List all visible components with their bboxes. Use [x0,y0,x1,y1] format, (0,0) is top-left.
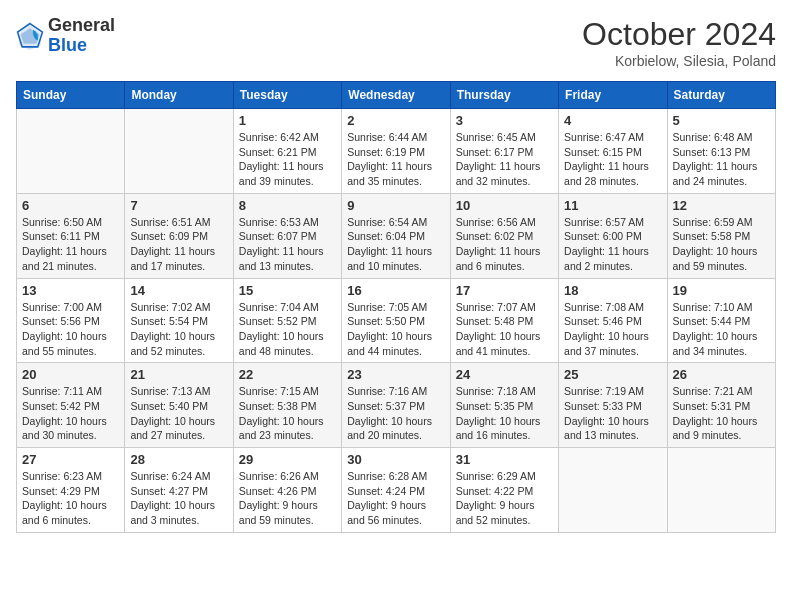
day-info: Sunrise: 7:04 AMSunset: 5:52 PMDaylight:… [239,300,336,359]
day-number: 20 [22,367,119,382]
calendar-cell: 1Sunrise: 6:42 AMSunset: 6:21 PMDaylight… [233,109,341,194]
day-number: 9 [347,198,444,213]
day-info: Sunrise: 6:51 AMSunset: 6:09 PMDaylight:… [130,215,227,274]
day-info: Sunrise: 6:57 AMSunset: 6:00 PMDaylight:… [564,215,661,274]
day-info: Sunrise: 6:28 AMSunset: 4:24 PMDaylight:… [347,469,444,528]
day-number: 11 [564,198,661,213]
day-info: Sunrise: 6:42 AMSunset: 6:21 PMDaylight:… [239,130,336,189]
weekday-header-row: SundayMondayTuesdayWednesdayThursdayFrid… [17,82,776,109]
day-info: Sunrise: 7:21 AMSunset: 5:31 PMDaylight:… [673,384,770,443]
weekday-header-thursday: Thursday [450,82,558,109]
week-row-4: 20Sunrise: 7:11 AMSunset: 5:42 PMDayligh… [17,363,776,448]
location-subtitle: Korbielow, Silesia, Poland [582,53,776,69]
day-info: Sunrise: 7:08 AMSunset: 5:46 PMDaylight:… [564,300,661,359]
calendar-cell: 20Sunrise: 7:11 AMSunset: 5:42 PMDayligh… [17,363,125,448]
title-block: October 2024 Korbielow, Silesia, Poland [582,16,776,69]
day-info: Sunrise: 6:54 AMSunset: 6:04 PMDaylight:… [347,215,444,274]
day-number: 19 [673,283,770,298]
day-info: Sunrise: 6:29 AMSunset: 4:22 PMDaylight:… [456,469,553,528]
day-info: Sunrise: 6:47 AMSunset: 6:15 PMDaylight:… [564,130,661,189]
day-number: 18 [564,283,661,298]
day-number: 26 [673,367,770,382]
day-info: Sunrise: 6:26 AMSunset: 4:26 PMDaylight:… [239,469,336,528]
calendar-cell: 4Sunrise: 6:47 AMSunset: 6:15 PMDaylight… [559,109,667,194]
calendar-cell: 2Sunrise: 6:44 AMSunset: 6:19 PMDaylight… [342,109,450,194]
week-row-5: 27Sunrise: 6:23 AMSunset: 4:29 PMDayligh… [17,448,776,533]
day-number: 30 [347,452,444,467]
day-info: Sunrise: 7:13 AMSunset: 5:40 PMDaylight:… [130,384,227,443]
day-number: 16 [347,283,444,298]
calendar-cell: 7Sunrise: 6:51 AMSunset: 6:09 PMDaylight… [125,193,233,278]
calendar-cell: 24Sunrise: 7:18 AMSunset: 5:35 PMDayligh… [450,363,558,448]
page-header: General Blue October 2024 Korbielow, Sil… [16,16,776,69]
weekday-header-wednesday: Wednesday [342,82,450,109]
day-number: 25 [564,367,661,382]
month-title: October 2024 [582,16,776,53]
day-number: 1 [239,113,336,128]
day-info: Sunrise: 7:02 AMSunset: 5:54 PMDaylight:… [130,300,227,359]
day-info: Sunrise: 6:53 AMSunset: 6:07 PMDaylight:… [239,215,336,274]
calendar-cell: 8Sunrise: 6:53 AMSunset: 6:07 PMDaylight… [233,193,341,278]
day-number: 14 [130,283,227,298]
calendar-cell: 14Sunrise: 7:02 AMSunset: 5:54 PMDayligh… [125,278,233,363]
day-number: 27 [22,452,119,467]
day-info: Sunrise: 6:48 AMSunset: 6:13 PMDaylight:… [673,130,770,189]
calendar-cell: 13Sunrise: 7:00 AMSunset: 5:56 PMDayligh… [17,278,125,363]
day-number: 10 [456,198,553,213]
day-info: Sunrise: 7:10 AMSunset: 5:44 PMDaylight:… [673,300,770,359]
day-info: Sunrise: 7:19 AMSunset: 5:33 PMDaylight:… [564,384,661,443]
day-info: Sunrise: 6:24 AMSunset: 4:27 PMDaylight:… [130,469,227,528]
day-info: Sunrise: 7:11 AMSunset: 5:42 PMDaylight:… [22,384,119,443]
day-info: Sunrise: 6:23 AMSunset: 4:29 PMDaylight:… [22,469,119,528]
week-row-1: 1Sunrise: 6:42 AMSunset: 6:21 PMDaylight… [17,109,776,194]
day-number: 17 [456,283,553,298]
calendar-cell: 27Sunrise: 6:23 AMSunset: 4:29 PMDayligh… [17,448,125,533]
calendar-cell: 5Sunrise: 6:48 AMSunset: 6:13 PMDaylight… [667,109,775,194]
day-info: Sunrise: 6:59 AMSunset: 5:58 PMDaylight:… [673,215,770,274]
day-info: Sunrise: 6:45 AMSunset: 6:17 PMDaylight:… [456,130,553,189]
calendar-cell: 6Sunrise: 6:50 AMSunset: 6:11 PMDaylight… [17,193,125,278]
day-number: 3 [456,113,553,128]
calendar-cell: 31Sunrise: 6:29 AMSunset: 4:22 PMDayligh… [450,448,558,533]
day-number: 21 [130,367,227,382]
calendar-cell: 29Sunrise: 6:26 AMSunset: 4:26 PMDayligh… [233,448,341,533]
day-number: 29 [239,452,336,467]
day-number: 15 [239,283,336,298]
day-number: 7 [130,198,227,213]
day-info: Sunrise: 7:18 AMSunset: 5:35 PMDaylight:… [456,384,553,443]
day-info: Sunrise: 7:00 AMSunset: 5:56 PMDaylight:… [22,300,119,359]
weekday-header-tuesday: Tuesday [233,82,341,109]
logo-text: General Blue [48,16,115,56]
day-number: 6 [22,198,119,213]
day-number: 5 [673,113,770,128]
calendar-cell: 28Sunrise: 6:24 AMSunset: 4:27 PMDayligh… [125,448,233,533]
day-number: 23 [347,367,444,382]
weekday-header-monday: Monday [125,82,233,109]
day-number: 8 [239,198,336,213]
calendar-cell: 12Sunrise: 6:59 AMSunset: 5:58 PMDayligh… [667,193,775,278]
calendar-cell: 16Sunrise: 7:05 AMSunset: 5:50 PMDayligh… [342,278,450,363]
day-info: Sunrise: 6:50 AMSunset: 6:11 PMDaylight:… [22,215,119,274]
calendar-cell: 25Sunrise: 7:19 AMSunset: 5:33 PMDayligh… [559,363,667,448]
weekday-header-saturday: Saturday [667,82,775,109]
calendar-cell [17,109,125,194]
calendar-cell: 21Sunrise: 7:13 AMSunset: 5:40 PMDayligh… [125,363,233,448]
calendar-cell [667,448,775,533]
calendar-cell: 23Sunrise: 7:16 AMSunset: 5:37 PMDayligh… [342,363,450,448]
calendar-cell: 26Sunrise: 7:21 AMSunset: 5:31 PMDayligh… [667,363,775,448]
calendar-table: SundayMondayTuesdayWednesdayThursdayFrid… [16,81,776,533]
day-number: 12 [673,198,770,213]
weekday-header-friday: Friday [559,82,667,109]
day-number: 2 [347,113,444,128]
day-number: 31 [456,452,553,467]
calendar-cell: 22Sunrise: 7:15 AMSunset: 5:38 PMDayligh… [233,363,341,448]
logo: General Blue [16,16,115,56]
calendar-cell: 11Sunrise: 6:57 AMSunset: 6:00 PMDayligh… [559,193,667,278]
day-number: 24 [456,367,553,382]
day-info: Sunrise: 7:16 AMSunset: 5:37 PMDaylight:… [347,384,444,443]
day-info: Sunrise: 7:15 AMSunset: 5:38 PMDaylight:… [239,384,336,443]
calendar-cell: 9Sunrise: 6:54 AMSunset: 6:04 PMDaylight… [342,193,450,278]
day-info: Sunrise: 7:07 AMSunset: 5:48 PMDaylight:… [456,300,553,359]
calendar-cell: 17Sunrise: 7:07 AMSunset: 5:48 PMDayligh… [450,278,558,363]
calendar-cell: 18Sunrise: 7:08 AMSunset: 5:46 PMDayligh… [559,278,667,363]
